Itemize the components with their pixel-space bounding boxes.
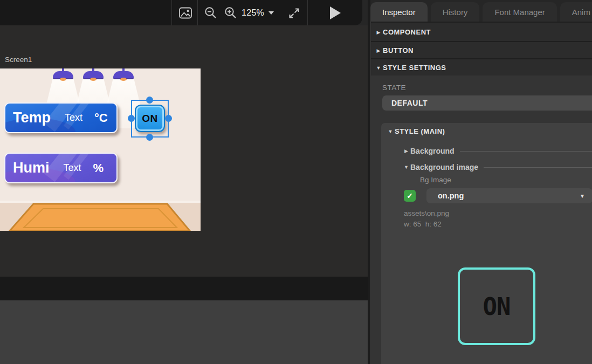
temp-value: Text <box>65 112 82 123</box>
prop-label: Background image <box>410 163 478 171</box>
table-graphic <box>0 203 201 231</box>
tab-anim[interactable]: Anim <box>560 2 592 22</box>
prop-label: Background <box>410 147 455 155</box>
section-label: COMPONENT <box>383 28 431 36</box>
humi-widget[interactable]: Humi Text % <box>4 153 118 183</box>
preview-on-label: ON <box>483 293 511 320</box>
style-settings-body: STATE DEFAULT ▼ STYLE (MAIN) ▶ Backgroun… <box>371 75 592 364</box>
fit-to-screen-button[interactable] <box>286 5 301 20</box>
screen-name-label[interactable]: Screen1 <box>5 56 32 64</box>
humi-value: Text <box>64 162 81 174</box>
bg-image-path: assets\on.png <box>404 209 449 217</box>
collapsed-arrow-icon: ▶ <box>403 148 410 154</box>
image-assets-button[interactable] <box>178 5 193 20</box>
bg-image-checkbox[interactable]: ✓ <box>404 190 416 202</box>
expanded-arrow-icon: ▼ <box>375 65 382 71</box>
canvas-area[interactable]: Screen1 Temp Text °C <box>0 25 368 277</box>
bottom-panel <box>0 300 368 364</box>
chevron-down-icon <box>269 11 274 15</box>
timeline-strip <box>0 277 368 300</box>
state-dropdown[interactable]: DEFAULT <box>382 95 592 111</box>
inspector-content: ▶ COMPONENT ▶ BUTTON ▼ STYLE SETTINGS ST… <box>370 22 592 364</box>
resize-handle-left[interactable] <box>128 115 135 122</box>
prop-background[interactable]: ▶ Background <box>403 146 592 156</box>
floor-decoration <box>0 201 201 231</box>
temp-widget[interactable]: Temp Text °C <box>4 102 118 133</box>
prop-rule-line <box>460 151 592 152</box>
toolbar-separator <box>197 0 198 25</box>
tab-font-manager[interactable]: Font Manager <box>483 2 556 22</box>
app-window: 125% Screen1 <box>0 0 592 364</box>
toolbar-separator <box>307 0 308 25</box>
section-button[interactable]: ▶ BUTTON <box>371 42 592 59</box>
bg-image-preview: ON <box>458 267 535 345</box>
bg-image-value: on.png <box>438 191 464 200</box>
temp-unit: °C <box>94 111 108 125</box>
selection-box: ON <box>131 100 169 138</box>
image-icon <box>178 6 192 20</box>
section-style-settings[interactable]: ▼ STYLE SETTINGS <box>371 59 592 76</box>
prop-background-image[interactable]: ▼ Background image <box>403 162 592 173</box>
collapsed-arrow-icon: ▶ <box>375 48 382 53</box>
resize-handle-bottom[interactable] <box>146 134 153 141</box>
check-icon: ✓ <box>407 191 413 200</box>
canvas-toolbar: 125% <box>0 0 362 25</box>
expand-icon <box>287 6 301 20</box>
resize-handle-top[interactable] <box>146 97 153 104</box>
zoom-in-icon <box>224 6 238 20</box>
collapsed-arrow-icon: ▶ <box>375 30 382 35</box>
expanded-arrow-icon: ▼ <box>403 164 410 170</box>
screen-design[interactable]: Temp Text °C ON Humi Text <box>0 68 201 231</box>
state-label: STATE <box>382 84 406 92</box>
style-main-panel: ▼ STYLE (MAIN) ▶ Background ▼ Background… <box>381 123 592 364</box>
section-component[interactable]: ▶ COMPONENT <box>371 24 592 40</box>
play-icon <box>329 6 342 20</box>
zoom-level-dropdown[interactable]: 125% <box>242 0 274 25</box>
bg-image-label: Bg Image <box>420 176 451 184</box>
zoom-out-button[interactable] <box>203 5 218 20</box>
style-main-header[interactable]: ▼ STYLE (MAIN) <box>381 127 445 135</box>
zoom-out-icon <box>204 6 218 20</box>
bg-image-dimensions: w: 65 h: 62 <box>404 220 442 228</box>
play-button[interactable] <box>327 5 344 20</box>
expanded-arrow-icon: ▼ <box>387 129 394 134</box>
section-divider <box>371 22 592 23</box>
bg-image-dropdown[interactable]: on.png ▼ <box>426 188 592 203</box>
chevron-down-icon: ▼ <box>580 193 585 199</box>
style-main-title: STYLE (MAIN) <box>395 127 445 135</box>
zoom-level-value: 125% <box>242 8 264 18</box>
humi-title: Humi <box>13 160 50 176</box>
on-button-label: ON <box>142 113 158 125</box>
state-value: DEFAULT <box>391 99 428 107</box>
section-label: BUTTON <box>383 46 414 54</box>
humi-unit: % <box>93 161 104 175</box>
tab-inspector[interactable]: Inspector <box>370 2 428 22</box>
inspector-tabbar: Inspector History Font Manager Anim <box>370 2 592 22</box>
prop-rule-line <box>484 167 592 168</box>
tab-history[interactable]: History <box>431 2 480 22</box>
toolbar-separator <box>171 0 172 25</box>
section-label: STYLE SETTINGS <box>383 64 446 72</box>
resize-handle-right[interactable] <box>165 115 172 122</box>
zoom-in-button[interactable] <box>223 5 238 20</box>
temp-title: Temp <box>13 109 51 126</box>
inspector-panel: Inspector History Font Manager Anim ▶ CO… <box>370 0 592 364</box>
on-button[interactable]: ON <box>135 105 165 132</box>
